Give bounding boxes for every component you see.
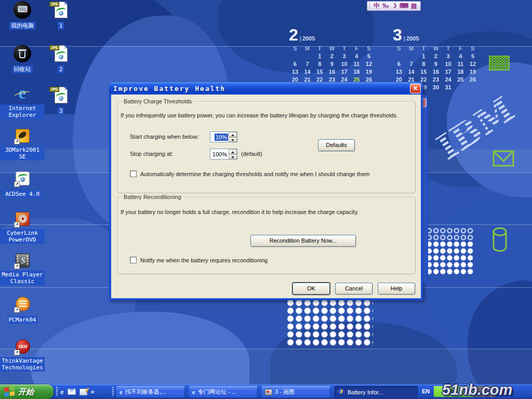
recycle-bin-icon	[14, 45, 31, 62]
notify-reconditioning-checkbox[interactable]	[130, 257, 137, 263]
internet-explorer-icon: e	[14, 85, 31, 103]
desktop-icon-jpg-2[interactable]: JPG 2	[45, 45, 77, 73]
icon-label: CyberLink PowerDVD	[0, 229, 45, 244]
task-button-paint[interactable]: 3 - 画图	[262, 386, 330, 398]
notify-reconditioning-label: Notify me when the battery requires reco…	[140, 257, 268, 263]
thresholds-description: If you infrequently use battery power, y…	[121, 112, 398, 118]
battery-info-icon	[338, 389, 345, 395]
icon-label: 我的电脑	[9, 22, 35, 30]
spin-down-button[interactable]	[229, 137, 237, 142]
recondition-battery-button[interactable]: Recondition Battery Now...	[250, 235, 356, 247]
start-threshold-value[interactable]: 10%	[215, 134, 228, 141]
stop-threshold-value[interactable]: 100%	[211, 151, 228, 158]
language-indicator[interactable]: EN	[422, 388, 430, 394]
desktop: 2 2005 SMTWTFS12345678910111213141516171…	[0, 0, 532, 399]
quick-launch-mail-icon[interactable]	[68, 389, 76, 395]
ime-chinese-icon[interactable]: 中	[374, 2, 380, 10]
start-charging-label: Start charging when below:	[130, 134, 199, 140]
close-button[interactable]: ✕	[410, 84, 421, 94]
icon-label: 3	[58, 107, 64, 115]
desktop-icon-media-player-classic[interactable]: S↗ Media Player Classic	[0, 251, 45, 285]
calendar-year: 2005	[404, 35, 419, 43]
ime-punctuation-icon[interactable]: ☽	[391, 2, 397, 10]
calendar-month: 2	[289, 27, 298, 43]
jpg-file-icon: JPG	[52, 45, 70, 62]
reconditioning-description: If your battery no longer holds a full c…	[121, 209, 358, 215]
thinkvantage-icon: IBM↗	[14, 338, 31, 355]
group-title: Battery Charge Thresholds	[122, 98, 193, 104]
spreadsheet-icon	[489, 56, 510, 71]
dialog-title: Improve Battery Health	[113, 85, 225, 92]
desktop-icon-acdsee[interactable]: ↗ ACDSee 4.0	[0, 169, 45, 198]
spin-up-button[interactable]	[229, 132, 237, 137]
task-button-battery-information[interactable]: Battery Infor...	[335, 386, 418, 398]
icon-label: 回收站	[12, 65, 33, 73]
desktop-icon-3dmark2001[interactable]: ↗ 3DMark2001 SE	[0, 127, 45, 161]
acdsee-icon: ↗	[14, 169, 31, 187]
start-threshold-field[interactable]: 10%	[210, 131, 237, 142]
spin-down-button[interactable]	[229, 154, 237, 159]
task-label: Battery Infor...	[348, 389, 383, 395]
show-desktop-icon[interactable]	[79, 389, 87, 395]
group-title: Battery Reconditioning	[122, 194, 183, 200]
quick-launch: e »	[57, 385, 111, 398]
desktop-icon-internet-explorer[interactable]: e Internet Explorer	[0, 85, 45, 119]
icon-label: ThinkVantage Technologies	[0, 357, 45, 371]
help-button[interactable]: Help	[378, 283, 415, 295]
icon-label: Media Player Classic	[0, 271, 45, 285]
desktop-icon-jpg-3[interactable]: JPG 3	[45, 86, 77, 115]
start-button[interactable]: 开始	[0, 384, 54, 399]
quick-launch-ie-icon[interactable]: e	[60, 388, 64, 396]
jpg-file-icon: JPG	[52, 1, 70, 19]
stop-threshold-field[interactable]: 100%	[210, 149, 237, 159]
desktop-icon-recycle-bin[interactable]: 回收站	[0, 45, 45, 73]
soft-keyboard-icon[interactable]: ⌨	[400, 2, 408, 10]
task-button-server-not-found[interactable]: e 找不到服务器,...	[116, 386, 185, 398]
quick-launch-overflow-chevron[interactable]: »	[91, 388, 95, 395]
media-player-classic-icon: S↗	[14, 251, 31, 269]
desktop-icon-pcmark04[interactable]: ↗ PCMark04	[0, 295, 45, 324]
jpg-file-icon: JPG	[52, 86, 70, 104]
windows-flag-icon	[4, 386, 16, 397]
ime-menu-icon[interactable]: ▤	[411, 2, 417, 10]
wallpaper-band	[0, 349, 532, 384]
dialog-titlebar[interactable]: Improve Battery Health ✕	[109, 82, 423, 95]
shortcut-arrow-icon: ↗	[14, 263, 20, 269]
stop-charging-label: Stop charging at:	[130, 151, 173, 157]
calendar-year: 2005	[300, 35, 315, 43]
database-cylinder-icon	[491, 227, 508, 252]
task-label: 专门网论坛 - ...	[198, 388, 236, 396]
auto-determine-checkbox[interactable]	[130, 170, 137, 177]
taskbar-grip[interactable]	[112, 387, 114, 396]
langbar-grip[interactable]	[369, 3, 371, 9]
wallpaper-line	[0, 349, 532, 349]
calendar-month: 3	[393, 27, 402, 43]
ime-fullwidth-icon[interactable]: ‰	[382, 2, 389, 10]
jpg-badge: JPG	[49, 2, 59, 7]
icon-label: 2	[58, 65, 64, 73]
desktop-icon-thinkvantage[interactable]: IBM↗ ThinkVantage Technologies	[0, 338, 45, 371]
envelope-icon	[493, 150, 514, 167]
auto-determine-label: Automatically determine the charging thr…	[140, 171, 369, 177]
start-label: 开始	[18, 387, 34, 397]
ok-button[interactable]: OK	[292, 283, 330, 295]
my-computer-icon	[14, 1, 31, 19]
desktop-icon-my-computer[interactable]: 我的电脑	[0, 1, 45, 30]
jpg-badge: JPG	[49, 45, 59, 50]
language-bar[interactable]: 中 ‰ ☽ ⌨ ▤	[367, 1, 421, 11]
cancel-button[interactable]: Cancel	[335, 283, 373, 295]
task-button-forum[interactable]: e 专门网论坛 - ...	[189, 386, 258, 398]
desktop-icon-jpg-1[interactable]: JPG 1	[45, 1, 77, 30]
spin-up-button[interactable]	[229, 149, 237, 154]
icon-label: Internet Explorer	[0, 104, 45, 119]
desktop-icon-powerdvd[interactable]: ↗ CyberLink PowerDVD	[0, 210, 45, 244]
dot-pattern-bottom	[287, 299, 373, 347]
dot-pattern-rings	[426, 228, 474, 242]
improve-battery-health-dialog: Improve Battery Health ✕ Battery Charge …	[109, 82, 423, 300]
defaults-button[interactable]: Defaults	[318, 139, 355, 151]
watermark-51nb: 51nb.com	[442, 381, 512, 398]
icon-label: 1	[58, 22, 64, 30]
default-note: (default)	[241, 151, 262, 157]
3dmark-icon: ↗	[14, 127, 31, 144]
paint-icon	[265, 389, 272, 395]
